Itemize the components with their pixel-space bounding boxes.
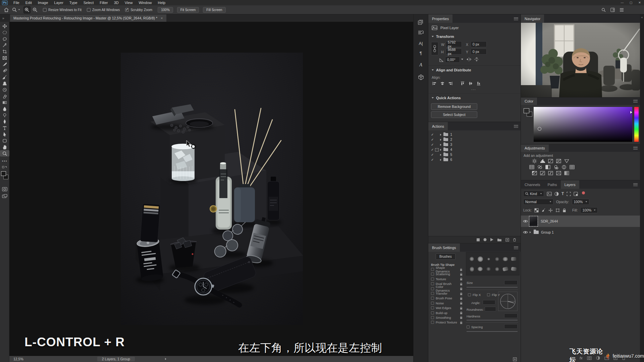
menu-edit[interactable]: Edit	[22, 0, 35, 5]
glyphs-panel-icon[interactable]: A	[419, 62, 422, 68]
new-brush-icon[interactable]	[513, 357, 517, 361]
rectangle-tool[interactable]	[0, 137, 9, 144]
record-icon[interactable]	[483, 238, 487, 241]
layer-row-sdr2644[interactable]: SDR_2644	[521, 216, 640, 227]
angle-value-field[interactable]	[483, 300, 495, 305]
action-row[interactable]: ✓2	[428, 137, 521, 142]
fill-screen-button[interactable]: Fill Screen	[203, 7, 225, 13]
lock-all-icon[interactable]	[562, 208, 566, 213]
lock-icon[interactable]	[460, 273, 463, 276]
delete-icon[interactable]	[513, 238, 516, 242]
hand-tool[interactable]	[0, 144, 9, 150]
lock-icon[interactable]	[460, 297, 463, 300]
zoom-percent[interactable]: 12,5%	[13, 357, 23, 361]
x-field[interactable]: 0 px	[471, 41, 487, 47]
tab-paths[interactable]: Paths	[544, 180, 560, 189]
lasso-tool[interactable]	[0, 36, 9, 42]
brightness-contrast-icon[interactable]	[532, 159, 537, 164]
rotate-angle-field[interactable]: 0,00°	[445, 57, 460, 63]
filter-type-layers-icon[interactable]: T	[561, 191, 564, 196]
tab-channels[interactable]: Channels	[521, 180, 544, 189]
brush-section-item[interactable]: Texture	[428, 277, 465, 281]
photo-filter-icon[interactable]	[553, 165, 559, 170]
threshold-icon[interactable]	[548, 171, 553, 176]
foreground-background-colors[interactable]	[0, 171, 9, 184]
lock-icon[interactable]	[460, 268, 463, 271]
y-field[interactable]: 0 px	[471, 49, 487, 55]
history-panel-icon[interactable]	[418, 20, 424, 25]
quick-mask-icon[interactable]	[0, 186, 9, 192]
action-row[interactable]: ✓1	[428, 132, 521, 137]
exposure-icon[interactable]	[556, 159, 561, 164]
pen-tool[interactable]	[0, 118, 9, 125]
layer-name[interactable]: SDR_2644	[541, 219, 558, 223]
lock-artboard-icon[interactable]	[555, 208, 560, 213]
zoom-all-windows-checkbox[interactable]	[87, 8, 91, 12]
menu-view[interactable]: View	[122, 0, 136, 5]
tab-overflow-icon[interactable]: »	[2, 16, 4, 20]
selective-color-icon[interactable]	[564, 171, 570, 176]
layer-row-group1[interactable]: Group 1	[521, 228, 640, 237]
new-set-folder-icon[interactable]	[497, 238, 502, 242]
zoom-in-button[interactable]	[23, 6, 31, 13]
menu-help[interactable]: Help	[155, 0, 169, 5]
minimize-icon[interactable]: —	[618, 0, 627, 5]
hardness-slider[interactable]	[467, 320, 518, 320]
black-white-icon[interactable]	[545, 165, 551, 170]
menu-layer[interactable]: Layer	[51, 0, 66, 5]
lock-icon[interactable]	[460, 321, 463, 324]
crop-tool[interactable]	[0, 48, 9, 55]
properties-menu-icon[interactable]	[514, 17, 518, 20]
brush-tip-grid[interactable]	[466, 252, 520, 276]
fill-field[interactable]: 100%	[580, 207, 598, 213]
filter-smart-objects-icon[interactable]	[574, 192, 578, 196]
home-icon[interactable]	[4, 8, 9, 12]
menu-3d[interactable]: 3D	[111, 0, 122, 5]
brush-section-item[interactable]: Brush Pose	[428, 296, 465, 301]
brush-section-item[interactable]: Transfer	[428, 291, 465, 296]
filter-toggle-dot[interactable]	[582, 191, 585, 194]
move-tool[interactable]	[0, 23, 9, 29]
tab-properties[interactable]: Properties	[428, 14, 452, 23]
menu-select[interactable]: Select	[80, 0, 97, 5]
lock-icon[interactable]	[460, 287, 463, 290]
lock-transparency-icon[interactable]	[534, 208, 539, 213]
lock-icon[interactable]	[460, 301, 463, 305]
tab-navigator[interactable]: Navigator	[521, 14, 544, 23]
zoom-100-button[interactable]: 100%	[158, 7, 173, 13]
eraser-tool[interactable]	[0, 93, 9, 99]
zoom-tool-icon[interactable]	[12, 7, 20, 12]
flip-y-checkbox[interactable]	[487, 293, 490, 296]
menu-type[interactable]: Type	[66, 0, 80, 5]
height-field[interactable]: 8688 px	[446, 49, 462, 55]
object-selection-tool[interactable]	[0, 42, 9, 48]
brush-section-item[interactable]: Protect Texture	[428, 320, 465, 325]
hardness-value-field[interactable]	[504, 313, 518, 318]
brush-settings-menu-icon[interactable]	[514, 246, 518, 249]
close-icon[interactable]: ✕	[635, 0, 644, 5]
collapse-panels-icon[interactable]: «	[640, 16, 644, 19]
menu-window[interactable]: Window	[136, 0, 155, 5]
filter-pixel-layers-icon[interactable]	[547, 192, 552, 196]
menu-image[interactable]: Image	[35, 0, 51, 5]
path-selection-tool[interactable]	[0, 131, 9, 137]
blur-tool[interactable]	[0, 106, 9, 112]
eyedropper-tool[interactable]	[0, 61, 9, 67]
action-row[interactable]: ✓▫4	[428, 147, 521, 152]
align-left-icon[interactable]	[432, 81, 436, 85]
align-more-icon[interactable]: ···	[471, 87, 476, 92]
saturation-brightness-field[interactable]	[534, 107, 632, 142]
visibility-eye-icon[interactable]	[521, 231, 530, 234]
tab-brush-settings[interactable]: Brush Settings	[428, 243, 460, 252]
lock-icon[interactable]	[460, 306, 463, 310]
paragraph-panel-icon[interactable]: ¶	[420, 51, 422, 56]
color-picker-cursor[interactable]	[538, 127, 541, 131]
posterize-icon[interactable]	[540, 171, 545, 176]
workspace-icon[interactable]	[610, 8, 615, 12]
document-tab[interactable]: Mastering Product Retouching - Retouchin…	[10, 14, 166, 22]
filter-adjustment-layers-icon[interactable]	[554, 192, 559, 196]
flip-vertical-icon[interactable]	[474, 57, 479, 62]
brush-section-item[interactable]: Wet Edges	[428, 306, 465, 310]
healing-brush-tool[interactable]	[0, 67, 9, 74]
align-right-icon[interactable]	[448, 81, 452, 85]
